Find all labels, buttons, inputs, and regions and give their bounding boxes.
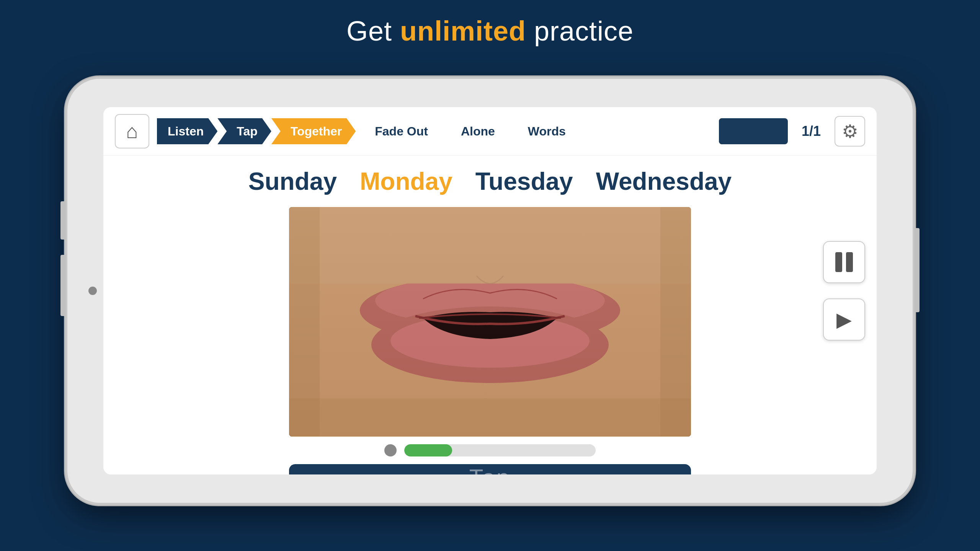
screen: ⌂ Listen Tap Together [103,107,877,474]
lip-video [289,207,691,437]
power-button [914,228,920,312]
step-together-label: Together [291,124,342,139]
step-listen-label: Listen [168,124,204,139]
banner-highlight: unlimited [400,16,526,46]
step-tap-label: Tap [237,124,258,139]
camera [88,287,97,295]
tap-label: Tap [469,464,511,474]
next-icon: ▶ [836,308,852,331]
volume-down-button [60,255,66,316]
pause-bar-2 [846,252,853,272]
counter: 1/1 [794,123,828,139]
step-listen[interactable]: Listen [157,118,217,144]
step-words-label: Words [528,124,566,139]
pause-icon [835,252,853,272]
step-alone[interactable]: Alone [442,118,509,144]
steps-right: 1/1 ⚙ [719,116,865,147]
day-tuesday: Tuesday [475,167,573,196]
progress-row [384,444,596,456]
nav-progress-fill [719,118,777,144]
main-content: Sunday Monday Tuesday Wednesday [103,156,877,474]
nav-progress-bar [719,118,788,144]
day-wednesday: Wednesday [596,167,732,196]
day-monday: Monday [360,167,452,196]
side-controls: ▶ [823,241,865,341]
banner-prefix: Get [346,16,400,46]
next-button[interactable]: ▶ [823,298,865,341]
banner: Get unlimited practice [0,15,980,47]
dot-indicator [384,444,397,456]
step-fadeout-label: Fade Out [375,124,428,139]
svg-rect-9 [289,207,691,437]
home-icon: ⌂ [126,120,138,143]
home-button[interactable]: ⌂ [115,114,149,148]
gear-icon: ⚙ [842,121,858,142]
step-together[interactable]: Together [271,118,356,144]
step-tap[interactable]: Tap [217,118,271,144]
volume-up-button [60,201,66,240]
lip-svg [289,207,691,437]
step-alone-label: Alone [461,124,495,139]
tap-button[interactable]: Tap [289,464,691,474]
settings-button[interactable]: ⚙ [835,116,865,147]
nav-bar: ⌂ Listen Tap Together [103,107,877,156]
days-row: Sunday Monday Tuesday Wednesday [248,167,732,196]
pause-button[interactable] [823,241,865,283]
steps-breadcrumb: Listen Tap Together [157,118,711,144]
day-sunday: Sunday [248,167,337,196]
progress-fill [404,444,452,456]
phone-shell: ⌂ Listen Tap Together [65,77,915,505]
banner-suffix: practice [526,16,634,46]
step-words[interactable]: Words [509,118,580,144]
progress-track [404,444,596,456]
pause-bar-1 [835,252,842,272]
step-fadeout[interactable]: Fade Out [356,118,442,144]
